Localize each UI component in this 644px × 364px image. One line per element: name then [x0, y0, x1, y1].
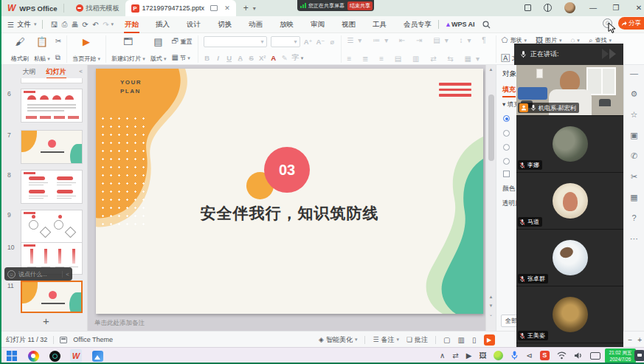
minimize-button[interactable]: —	[588, 4, 598, 12]
format-painter-button[interactable]: 🖌格式刷	[11, 36, 29, 63]
new-slide-button[interactable]: 🗔新建幻灯片 ▾	[111, 36, 145, 63]
slide-nav-buttons[interactable]: ▲▼⌄	[486, 292, 496, 319]
slide-thumbnail-8[interactable]	[21, 170, 83, 204]
tray-message-icon[interactable]	[634, 350, 644, 361]
tab-list-chevron-icon[interactable]: ▾	[253, 5, 256, 12]
workspace-icon[interactable]	[524, 4, 531, 11]
wps-ai-label[interactable]: WPS AI	[451, 21, 475, 28]
slide-title-text[interactable]: 安全伴我行，知识筑防线	[96, 203, 483, 224]
media-player-icon[interactable]: ▶	[466, 351, 472, 360]
paragraph-tools-row2[interactable]: ≡ ≣ ≡ ▤ ▥ ⇄ ⇆ ▦▾	[347, 55, 490, 63]
font-size-select[interactable]: ▾	[271, 36, 300, 47]
menu-design[interactable]: 设计	[186, 16, 201, 33]
highlight-button[interactable]: ✎	[281, 54, 288, 62]
play-from-current-button[interactable]: ▶当页开始 ▾	[72, 36, 100, 63]
properties-icon[interactable]: ⚙	[631, 90, 638, 98]
cloud-sync-icon[interactable]: ⟳	[80, 21, 90, 29]
slide-thumbnail-7[interactable]	[21, 130, 83, 164]
menu-insert[interactable]: 插入	[155, 16, 170, 33]
battery-icon[interactable]	[590, 352, 600, 360]
reading-view-icon[interactable]: ▯	[472, 336, 477, 344]
fill-tab[interactable]: 填充	[502, 85, 516, 97]
reset-button[interactable]: 🗗 重置	[171, 37, 192, 46]
notes-button[interactable]: ☰备注▾	[373, 335, 399, 345]
increase-font-button[interactable]: A⁺	[304, 38, 313, 46]
participant-tile[interactable]: 王美姿	[516, 286, 623, 343]
strikethrough-button[interactable]: S	[248, 54, 255, 62]
slide-sorter-icon[interactable]: ▥	[458, 336, 465, 344]
slide-thumbnail-partial[interactable]	[21, 78, 83, 83]
participant-tile[interactable]: 李娜	[516, 115, 623, 172]
start-button[interactable]	[6, 350, 18, 362]
globe-icon[interactable]	[544, 4, 552, 12]
user-avatar[interactable]	[564, 2, 575, 13]
paragraph-tools-row1[interactable]: ☰▾ ≔▾ ⇤ ⇥ ▤▾ ↕▾ ¶	[347, 36, 490, 44]
more-icon[interactable]: ⋯	[630, 235, 638, 243]
close-tab-icon[interactable]: ✕	[224, 4, 230, 12]
slideshow-play-button[interactable]: ▶	[484, 334, 495, 346]
font-color-button[interactable]: A	[270, 54, 277, 62]
microphone-tray-icon[interactable]	[510, 350, 519, 360]
underline-button[interactable]: U	[226, 54, 233, 62]
menu-home[interactable]: 开始	[124, 16, 139, 33]
comments-button[interactable]: ❏批注	[406, 335, 428, 345]
copy-icon[interactable]: ⧉	[55, 53, 61, 62]
slide-canvas[interactable]: YOUR PLAN 03 安全伴我行，知识筑防线	[96, 69, 483, 314]
meeting-app-icon[interactable]	[91, 350, 103, 362]
participant-video-tile[interactable]: 机电系-郝宏利	[516, 65, 623, 115]
clear-format-button[interactable]: ⌀	[328, 38, 336, 46]
fill-checkbox[interactable]	[503, 171, 510, 177]
normal-view-icon[interactable]: ▢	[443, 336, 450, 344]
paste-button[interactable]: 📋粘贴 ▾	[34, 36, 50, 63]
redo-icon[interactable]: ↷	[100, 21, 111, 29]
char-spacing-button[interactable]: A̲	[237, 54, 244, 62]
help-icon[interactable]: ?	[631, 214, 636, 222]
theme-name[interactable]: Office Theme	[73, 336, 113, 343]
menu-slideshow[interactable]: 放映	[279, 16, 294, 33]
camera-app-icon[interactable]	[49, 350, 60, 362]
grid-icon[interactable]: ▦	[630, 193, 637, 202]
input-method-icon[interactable]: S	[540, 351, 550, 360]
menu-tools[interactable]: 工具	[372, 16, 387, 33]
undo-icon[interactable]: ↶	[90, 21, 100, 29]
clock[interactable]: 21:02 周五 2024/7/26	[605, 348, 636, 363]
slide-thumbnail-6[interactable]	[21, 89, 83, 123]
collapse-chat-icon[interactable]: <	[62, 271, 69, 278]
file-menu[interactable]: ☰ 文件 ▾	[7, 20, 36, 30]
tab-slides[interactable]: 幻灯片	[46, 67, 66, 77]
output-icon[interactable]: ⎙	[59, 20, 69, 29]
new-tab-button[interactable]: +	[243, 3, 249, 13]
wps-taskbar-icon[interactable]: W	[70, 350, 82, 362]
antivirus-tray-icon[interactable]	[494, 351, 503, 360]
superscript-button[interactable]: X²	[259, 54, 266, 62]
fill-radio-3[interactable]	[503, 144, 510, 151]
menu-view[interactable]: 视图	[341, 16, 356, 33]
print-icon[interactable]: 🖶	[69, 21, 80, 29]
settings-sliders-icon[interactable]: ⇄	[452, 351, 458, 360]
phone-icon[interactable]: ✆	[631, 152, 637, 160]
section-button[interactable]: ▦ 节 ▾	[171, 53, 192, 62]
notes-placeholder[interactable]: 单击此处添加备注	[94, 319, 145, 328]
volume-icon[interactable]	[574, 351, 583, 360]
decrease-font-button[interactable]: A⁻	[316, 38, 325, 46]
zoom-in-button[interactable]: +	[637, 336, 642, 344]
meeting-chat-bar[interactable]: ☺ 说点什么... <	[4, 267, 72, 281]
browser-icon[interactable]	[27, 350, 39, 362]
hidden-icons-chevron[interactable]: ∧	[440, 351, 445, 360]
clip-icon[interactable]: ✂	[631, 173, 637, 181]
scroll-up-icon[interactable]: ▲	[486, 67, 496, 72]
fill-radio-4[interactable]	[503, 158, 510, 165]
collapse-strip-icon[interactable]: —	[630, 69, 638, 78]
fill-radio-selected[interactable]	[503, 115, 510, 122]
tab-docer-template[interactable]: 找稻壳模板	[70, 0, 125, 16]
restore-button[interactable]: ❐	[611, 4, 621, 12]
star-icon[interactable]: ☆	[631, 111, 638, 119]
emoji-icon[interactable]: ☺	[7, 270, 15, 278]
tab-outline[interactable]: 大纲	[23, 67, 36, 77]
share-button[interactable]: 分享	[618, 17, 644, 30]
slide-thumbnail-11-selected[interactable]	[21, 281, 83, 313]
slide-thumbnail-9[interactable]	[21, 210, 83, 244]
menu-review[interactable]: 审阅	[310, 16, 325, 33]
menu-member[interactable]: 会员专享	[403, 16, 432, 33]
chat-input-placeholder[interactable]: 说点什么...	[18, 270, 62, 278]
